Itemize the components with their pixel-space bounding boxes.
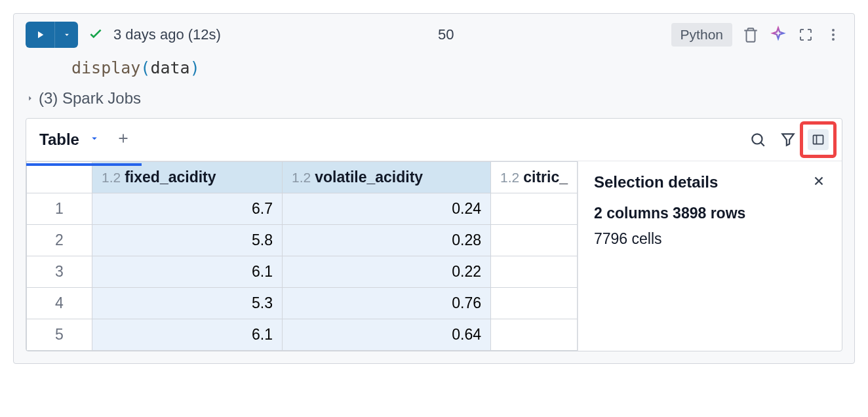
pane-title: Selection details <box>594 173 718 191</box>
cell-number: 50 <box>438 26 454 43</box>
add-tab-button[interactable] <box>116 131 130 148</box>
filter-icon <box>779 131 797 148</box>
play-icon <box>34 29 46 41</box>
cell[interactable]: 6.7 <box>92 193 283 225</box>
row-index-header[interactable] <box>27 162 92 193</box>
cell-toolbar: 3 days ago (12s) 50 Python <box>14 14 854 56</box>
run-button[interactable] <box>26 22 54 48</box>
cell[interactable]: 0.64 <box>283 319 491 351</box>
table-row[interactable]: 4 5.3 0.76 <box>27 288 578 319</box>
svg-point-1 <box>832 33 835 36</box>
cell[interactable] <box>491 193 578 225</box>
chevron-down-icon <box>89 132 100 144</box>
svg-point-0 <box>832 29 835 31</box>
output-area: Table <box>26 118 842 351</box>
chevron-down-icon <box>62 30 71 39</box>
cell[interactable]: 6.1 <box>92 256 283 288</box>
run-dropdown-button[interactable] <box>54 22 78 48</box>
cell[interactable] <box>491 225 578 256</box>
table-row[interactable]: 1 6.7 0.24 <box>27 193 578 225</box>
row-index: 3 <box>27 256 92 288</box>
pane-header: Selection details <box>594 173 826 191</box>
code-fn: display <box>71 58 140 77</box>
type-badge: 1.2 <box>102 170 121 185</box>
column-name: fixed_acidity <box>125 169 216 186</box>
search-icon <box>749 131 766 148</box>
cell[interactable] <box>491 256 578 288</box>
panel-icon <box>812 131 825 148</box>
row-index: 1 <box>27 193 92 225</box>
data-table-wrap: 1.2fixed_acidity 1.2volatile_acidity 1.2… <box>26 161 578 351</box>
run-button-group <box>26 22 78 48</box>
output-body: 1.2fixed_acidity 1.2volatile_acidity 1.2… <box>26 161 842 351</box>
column-name: citric_ <box>523 169 568 186</box>
selection-details-pane: Selection details 2 columns 3898 rows 77… <box>578 161 842 351</box>
svg-point-2 <box>832 38 835 41</box>
filter-button[interactable] <box>778 129 799 150</box>
code-rparen: ) <box>190 58 200 77</box>
output-header: Table <box>26 119 842 161</box>
cell[interactable]: 0.28 <box>283 225 491 256</box>
expand-icon <box>798 27 814 43</box>
caret-right-icon <box>26 94 35 103</box>
active-tab-underline <box>26 163 142 166</box>
panel-toggle-button[interactable] <box>808 129 829 150</box>
selection-cells: 7796 cells <box>594 230 826 248</box>
trash-icon <box>742 26 759 43</box>
table-row[interactable]: 5 6.1 0.64 <box>27 319 578 351</box>
cell[interactable] <box>491 288 578 319</box>
type-badge: 1.2 <box>292 170 311 185</box>
table-row[interactable]: 3 6.1 0.22 <box>27 256 578 288</box>
column-header[interactable]: 1.2fixed_acidity <box>92 162 283 193</box>
cell[interactable]: 0.76 <box>283 288 491 319</box>
cell[interactable] <box>491 319 578 351</box>
more-button[interactable] <box>824 26 842 44</box>
plus-icon <box>116 131 130 146</box>
cell[interactable]: 0.24 <box>283 193 491 225</box>
code-var: data <box>150 58 189 77</box>
delete-button[interactable] <box>741 26 760 44</box>
close-icon <box>812 174 826 188</box>
search-button[interactable] <box>747 129 768 150</box>
status-check-icon <box>87 25 104 45</box>
data-table: 1.2fixed_acidity 1.2volatile_acidity 1.2… <box>26 161 578 351</box>
type-badge: 1.2 <box>500 170 519 185</box>
more-vertical-icon <box>825 27 841 43</box>
selection-summary: 2 columns 3898 rows <box>594 205 826 222</box>
close-pane-button[interactable] <box>812 174 826 191</box>
sparkle-icon <box>769 26 787 44</box>
cell[interactable]: 0.22 <box>283 256 491 288</box>
cell[interactable]: 5.3 <box>92 288 283 319</box>
table-header-row: 1.2fixed_acidity 1.2volatile_acidity 1.2… <box>27 162 578 193</box>
tab-dropdown-button[interactable] <box>89 132 100 147</box>
status-text: 3 days ago (12s) <box>113 26 221 43</box>
notebook-cell: 3 days ago (12s) 50 Python display(data)… <box>13 13 855 364</box>
table-row[interactable]: 2 5.8 0.28 <box>27 225 578 256</box>
column-header[interactable]: 1.2volatile_acidity <box>283 162 491 193</box>
expand-button[interactable] <box>797 26 815 44</box>
spark-jobs-row[interactable]: (3) Spark Jobs <box>14 89 854 118</box>
svg-rect-4 <box>814 135 823 144</box>
assistant-button[interactable] <box>769 26 787 44</box>
column-name: volatile_acidity <box>315 169 423 186</box>
spark-jobs-label: (3) Spark Jobs <box>39 89 141 108</box>
tab-table[interactable]: Table <box>39 130 79 149</box>
row-index: 5 <box>27 319 92 351</box>
code-lparen: ( <box>140 58 150 77</box>
table-body: 1 6.7 0.24 2 5.8 0.28 3 <box>27 193 578 351</box>
code-block[interactable]: display(data) <box>14 56 854 89</box>
row-index: 2 <box>27 225 92 256</box>
row-index: 4 <box>27 288 92 319</box>
language-badge[interactable]: Python <box>671 23 732 47</box>
column-header[interactable]: 1.2citric_ <box>491 162 578 193</box>
svg-point-3 <box>752 134 762 144</box>
cell[interactable]: 5.8 <box>92 225 283 256</box>
cell[interactable]: 6.1 <box>92 319 283 351</box>
